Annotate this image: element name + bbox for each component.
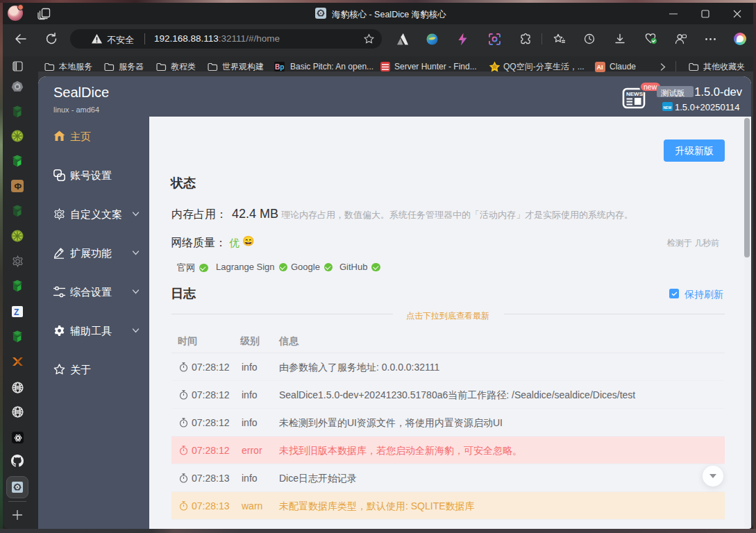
svg-text:NEWS: NEWS xyxy=(626,91,644,97)
